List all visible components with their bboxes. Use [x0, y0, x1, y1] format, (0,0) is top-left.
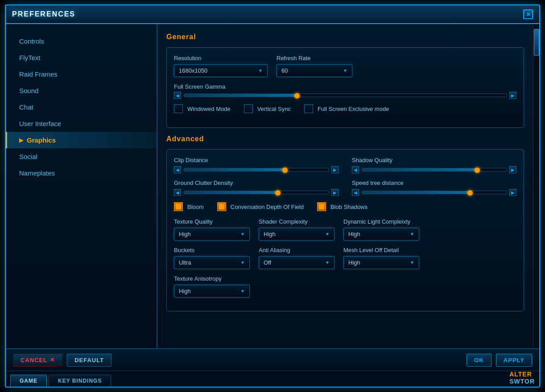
- gamma-right-arrow[interactable]: ▶: [509, 92, 516, 99]
- sidebar-item-social[interactable]: Social: [6, 148, 157, 165]
- sidebar: Controls FlyText Raid Frames Sound Chat …: [6, 24, 157, 348]
- bottom-bar: CANCEL ✕ DEFAULT OK APPLY: [6, 348, 539, 371]
- clutter-speed-row: Ground Clutter Density ◀ ▶ Speed tree di…: [174, 180, 516, 196]
- apply-button[interactable]: APPLY: [496, 354, 532, 367]
- sidebar-item-graphics[interactable]: ▶ Graphics: [6, 132, 157, 148]
- general-checkboxes: Windowed Mode Vertical Sync Full Screen …: [174, 104, 516, 113]
- sidebar-label-user-interface: User Interface: [19, 120, 61, 127]
- texture-quality-label: Texture Quality: [174, 218, 250, 225]
- vertical-sync-checkbox[interactable]: [244, 104, 253, 113]
- clip-left-arrow[interactable]: ◀: [174, 166, 181, 173]
- default-label: DEFAULT: [74, 357, 104, 363]
- main-content[interactable]: General Resolution 1680x1050 ▼ Refresh R…: [157, 24, 533, 348]
- clip-shadow-row: Clip Distance ◀ ▶ Shadow Quality: [174, 157, 516, 173]
- close-button[interactable]: ✕: [523, 9, 533, 19]
- cancel-x-icon: ✕: [50, 357, 55, 363]
- cancel-button[interactable]: CANCEL ✕: [13, 354, 62, 367]
- shadow-track[interactable]: [362, 168, 507, 172]
- refresh-rate-field: Refresh Rate 60 ▼: [277, 55, 352, 77]
- shader-complexity-value: High: [264, 231, 276, 237]
- title-bar: PREFERENCES ✕: [6, 5, 539, 24]
- gamma-left-arrow[interactable]: ◀: [174, 92, 181, 99]
- sidebar-item-sound[interactable]: Sound: [6, 82, 157, 99]
- clip-fill: [184, 168, 285, 171]
- shadow-fill: [362, 168, 477, 171]
- clutter-right-arrow[interactable]: ▶: [331, 189, 339, 196]
- anti-aliasing-arrow-icon: ▼: [325, 260, 330, 265]
- texture-anisotropy-select[interactable]: High ▼: [174, 285, 250, 298]
- resolution-select[interactable]: 1680x1050 ▼: [174, 64, 268, 77]
- sidebar-item-raid-frames[interactable]: Raid Frames: [6, 66, 157, 82]
- anti-aliasing-field: Anti Aliasing Off ▼: [259, 247, 334, 269]
- mesh-level-field: Mesh Level Off Detail High ▼: [343, 247, 419, 269]
- anti-aliasing-select[interactable]: Off ▼: [259, 256, 334, 269]
- branding-swtor: SWTOR: [509, 378, 535, 385]
- speed-dot: [467, 190, 473, 196]
- conversation-dof-checkbox[interactable]: [217, 202, 226, 211]
- blob-shadows-label: Blob Shadows: [330, 204, 367, 210]
- sidebar-label-sound: Sound: [19, 87, 38, 94]
- texture-anisotropy-value: High: [179, 288, 191, 294]
- dynamic-light-select[interactable]: High ▼: [343, 228, 419, 241]
- tab-key-bindings[interactable]: KEY BINDINGS: [49, 375, 111, 387]
- clutter-left-arrow[interactable]: ◀: [174, 189, 181, 196]
- fullscreen-exclusive-field[interactable]: Full Screen Exclusive mode: [304, 104, 389, 113]
- speed-track[interactable]: [362, 191, 507, 194]
- sidebar-item-flytext[interactable]: FlyText: [6, 49, 157, 66]
- blob-shadows-field[interactable]: Blob Shadows: [317, 202, 367, 211]
- fullscreen-exclusive-checkbox[interactable]: [304, 104, 313, 113]
- sidebar-item-nameplates[interactable]: Nameplates: [6, 165, 157, 181]
- ok-button[interactable]: OK: [467, 354, 491, 367]
- sidebar-item-chat[interactable]: Chat: [6, 99, 157, 115]
- texture-quality-field: Texture Quality High ▼: [174, 218, 250, 241]
- clip-distance-label: Clip Distance: [174, 157, 339, 163]
- clutter-track[interactable]: [184, 191, 329, 194]
- resolution-row: Resolution 1680x1050 ▼ Refresh Rate 60 ▼: [174, 55, 516, 77]
- vertical-sync-field[interactable]: Vertical Sync: [244, 104, 291, 113]
- speed-tree-field: Speed tree distance ◀ ▶: [352, 180, 516, 196]
- shadow-left-arrow[interactable]: ◀: [352, 166, 359, 173]
- buckets-value: Ultra: [179, 259, 191, 266]
- gamma-track[interactable]: [184, 94, 507, 97]
- sidebar-item-controls[interactable]: Controls: [6, 33, 157, 49]
- sidebar-label-controls: Controls: [19, 37, 44, 45]
- resolution-arrow-icon: ▼: [258, 68, 263, 73]
- refresh-rate-label: Refresh Rate: [277, 55, 352, 61]
- tab-keybindings-label: KEY BINDINGS: [58, 378, 102, 384]
- sidebar-label-flytext: FlyText: [19, 54, 41, 61]
- bloom-field[interactable]: Bloom: [174, 202, 204, 211]
- mesh-level-select[interactable]: High ▼: [343, 256, 419, 269]
- scrollbar-thumb[interactable]: [534, 29, 539, 56]
- scrollbar-track[interactable]: [533, 24, 539, 348]
- windowed-mode-label: Windowed Mode: [187, 106, 231, 112]
- texture-quality-select[interactable]: High ▼: [174, 228, 250, 241]
- branding: ALTER SWTOR: [509, 371, 535, 387]
- advanced-heading: Advanced: [166, 135, 524, 143]
- clip-distance-field: Clip Distance ◀ ▶: [174, 157, 339, 173]
- windowed-mode-field[interactable]: Windowed Mode: [174, 104, 231, 113]
- ok-label: OK: [474, 357, 484, 363]
- shadow-quality-label: Shadow Quality: [352, 157, 516, 163]
- speed-right-arrow[interactable]: ▶: [509, 189, 516, 196]
- default-button[interactable]: DEFAULT: [67, 354, 111, 367]
- refresh-rate-select[interactable]: 60 ▼: [277, 64, 352, 77]
- advanced-panel: Clip Distance ◀ ▶ Shadow Quality: [166, 149, 524, 311]
- speed-left-arrow[interactable]: ◀: [352, 189, 359, 196]
- buckets-select[interactable]: Ultra ▼: [174, 256, 250, 269]
- clip-track[interactable]: [184, 168, 329, 172]
- sidebar-item-user-interface[interactable]: User Interface: [6, 115, 157, 132]
- bloom-checkbox[interactable]: [174, 202, 183, 211]
- active-arrow-icon: ▶: [19, 137, 23, 143]
- refresh-rate-arrow-icon: ▼: [343, 68, 347, 73]
- shadow-right-arrow[interactable]: ▶: [509, 166, 516, 173]
- blob-shadows-checkbox[interactable]: [317, 202, 326, 211]
- ground-clutter-field: Ground Clutter Density ◀ ▶: [174, 180, 339, 196]
- clip-right-arrow[interactable]: ▶: [331, 166, 339, 173]
- windowed-mode-checkbox[interactable]: [174, 104, 183, 113]
- tab-game[interactable]: GAME: [10, 375, 47, 387]
- conversation-dof-label: Conversation Depth Of Field: [231, 204, 304, 210]
- conversation-dof-field[interactable]: Conversation Depth Of Field: [217, 202, 304, 211]
- ground-clutter-label: Ground Clutter Density: [174, 180, 339, 186]
- cancel-label: CANCEL: [21, 357, 47, 363]
- shader-complexity-select[interactable]: High ▼: [259, 228, 334, 241]
